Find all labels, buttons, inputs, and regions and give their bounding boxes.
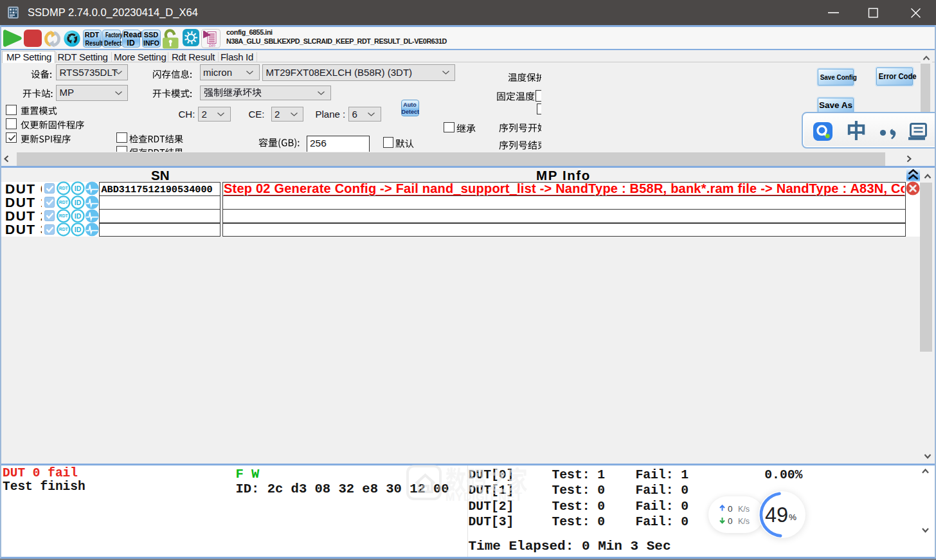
svg-text:RDT: RDT [59, 186, 68, 191]
svg-text:0: 0 [728, 504, 733, 514]
svg-text:bin: bin [208, 42, 215, 48]
svg-text:RDT: RDT [59, 213, 68, 218]
svg-text:RDT: RDT [59, 200, 68, 204]
svg-text:ID: ID [74, 226, 81, 233]
svg-text:K/s: K/s [738, 505, 750, 514]
svg-text:0: 0 [728, 516, 733, 525]
svg-text:ID: ID [74, 212, 81, 219]
svg-text:K/s: K/s [738, 517, 750, 525]
svg-text:ID: ID [74, 185, 81, 192]
svg-text:ID: ID [74, 198, 81, 206]
svg-text:RDT: RDT [59, 227, 68, 231]
